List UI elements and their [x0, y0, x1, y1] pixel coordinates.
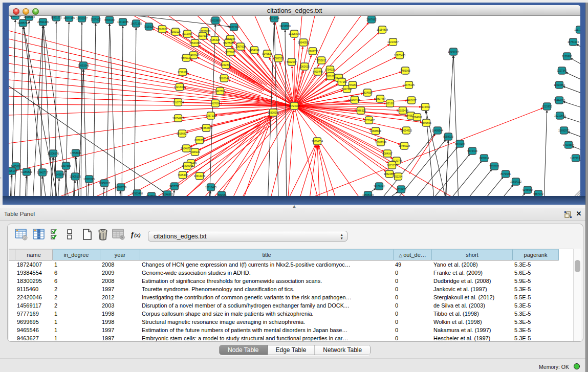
graph-edge[interactable] — [9, 21, 294, 106]
column-header-out_de[interactable]: △out_de… — [394, 249, 432, 260]
graph-edge[interactable] — [319, 145, 341, 196]
cell-out_de[interactable]: 0 — [394, 293, 432, 301]
network-window-titlebar[interactable]: citations_edges.txt — [9, 5, 580, 16]
cell-short[interactable]: de Silva et al. (2003) — [432, 301, 513, 310]
cell-title[interactable]: Changes of HCN gene expression and I(f) … — [140, 260, 394, 269]
table-row[interactable]: 946362711997Embryonic stem cells: a mode… — [9, 334, 574, 341]
cell-pagerank[interactable]: 5.3E-5 — [513, 285, 559, 293]
column-header-name[interactable]: name — [15, 249, 53, 260]
graph-edge[interactable] — [468, 177, 503, 196]
column-header-short[interactable]: short — [432, 249, 513, 260]
network-graph[interactable]: 2055371414055714169352142069140618331271… — [9, 16, 580, 196]
cell-name[interactable]: 18300295 — [15, 277, 53, 285]
table-row[interactable]: 1872400712008Changes of HCN gene express… — [9, 260, 574, 269]
graph-edge[interactable] — [134, 28, 136, 196]
graph-edge[interactable] — [287, 111, 294, 196]
row-height-icon[interactable] — [66, 228, 73, 243]
cell-name[interactable]: 22420046 — [15, 293, 53, 301]
cell-in_degree[interactable]: 1 — [53, 310, 100, 318]
column-header-pagerank[interactable]: pagerank — [513, 249, 559, 260]
cell-in_degree[interactable]: 1 — [53, 326, 100, 334]
cell-name[interactable]: 14569117 — [15, 301, 53, 310]
cell-name[interactable]: 18724007 — [15, 260, 53, 269]
table-row[interactable]: 1830029562008Estimation of significance … — [9, 277, 574, 285]
graph-edge[interactable] — [445, 141, 448, 196]
cell-name[interactable]: 9115460 — [15, 285, 53, 293]
cell-name[interactable]: 19384554 — [15, 269, 53, 277]
select-rows-icon[interactable] — [50, 228, 61, 243]
graph-edge[interactable] — [24, 176, 27, 196]
cell-short[interactable]: Dudbridge et al. (2008) — [432, 277, 513, 285]
table-settings-icon[interactable] — [15, 228, 28, 243]
cell-in_degree[interactable]: 2 — [53, 293, 100, 301]
cell-year[interactable]: 2012 — [100, 293, 140, 301]
close-panel-icon[interactable]: ✕ — [575, 210, 582, 217]
cell-year[interactable]: 2008 — [100, 277, 140, 285]
cell-year[interactable]: 2008 — [100, 260, 140, 269]
cell-pagerank[interactable]: 5.6E-5 — [513, 269, 559, 277]
graph-edge[interactable] — [86, 183, 89, 196]
cell-title[interactable]: Disruption of a novel member of a sodium… — [140, 301, 394, 310]
cell-in_degree[interactable]: 1 — [53, 260, 100, 269]
graph-edge[interactable] — [543, 111, 547, 196]
cell-title[interactable]: Investigating the contribution of common… — [140, 293, 394, 301]
graph-edge[interactable] — [453, 56, 459, 196]
cell-in_degree[interactable]: 2 — [53, 301, 100, 310]
trash-icon[interactable] — [97, 228, 109, 243]
column-header-title[interactable]: title — [140, 249, 394, 260]
cell-pagerank[interactable]: 5.3E-5 — [513, 301, 559, 310]
cell-title[interactable]: Estimation of the future numbers of pati… — [140, 326, 394, 334]
table-row[interactable]: 1456911722003Disruption of a novel membe… — [9, 301, 574, 310]
canvas-resize-grip-icon[interactable] — [575, 189, 580, 196]
cell-short[interactable]: Jankovic et al. (1997) — [432, 285, 513, 293]
tab-edge-table[interactable]: Edge Table — [268, 345, 315, 355]
column-header-in_degree[interactable]: in_degree — [53, 249, 100, 260]
cell-short[interactable]: Tibbo et al. (1998) — [432, 310, 513, 318]
function-icon[interactable]: f(x) — [130, 228, 143, 243]
graph-edge[interactable] — [571, 58, 580, 77]
graph-edge[interactable] — [318, 145, 333, 196]
network-canvas[interactable]: 2055371414055714169352142069140618331271… — [9, 16, 580, 196]
collapse-panel-icon[interactable]: ‹ — [0, 176, 4, 181]
cell-pagerank[interactable]: 5.3E-5 — [513, 326, 559, 334]
graph-edge[interactable] — [294, 106, 365, 119]
graph-edge[interactable] — [563, 102, 580, 115]
cell-year[interactable]: 1997 — [100, 285, 140, 293]
float-panel-icon[interactable] — [564, 211, 572, 217]
cell-in_degree[interactable]: 2 — [53, 285, 100, 293]
cell-title[interactable]: Structural magnetic resonance image aver… — [140, 318, 394, 326]
graph-edge[interactable] — [280, 145, 315, 196]
cell-name[interactable]: 9463627 — [15, 334, 53, 341]
cell-short[interactable]: Franke et al. (2009) — [432, 269, 513, 277]
cell-out_de[interactable]: 0 — [394, 269, 432, 277]
graph-edge[interactable] — [579, 160, 580, 171]
cell-pagerank[interactable]: 5.5E-5 — [513, 293, 559, 301]
graph-edge[interactable] — [49, 158, 53, 196]
cell-name[interactable]: 9777169 — [15, 310, 53, 318]
cell-pagerank[interactable]: 5.3E-5 — [513, 334, 559, 341]
cell-pagerank[interactable]: 5.3E-5 — [513, 310, 559, 318]
table-scrollbar[interactable] — [573, 249, 581, 341]
cell-title[interactable]: Estimation of significance thresholds fo… — [140, 277, 394, 285]
graph-edge[interactable] — [110, 24, 117, 196]
delete-table-icon[interactable] — [112, 228, 125, 243]
graph-edge[interactable] — [66, 22, 69, 196]
cell-in_degree[interactable]: 1 — [53, 334, 100, 341]
cell-year[interactable]: 1998 — [100, 318, 140, 326]
graph-edge[interactable] — [102, 187, 104, 196]
cell-out_de[interactable]: 0 — [394, 334, 432, 341]
graph-edge[interactable] — [398, 147, 458, 196]
table-selector-dropdown[interactable]: citations_edges.txt ▲▼ — [148, 231, 347, 242]
cell-out_de[interactable]: 49 — [394, 260, 432, 269]
cell-pagerank[interactable]: 5.3E-5 — [513, 260, 559, 269]
graph-edge[interactable] — [563, 86, 581, 101]
cell-short[interactable]: Hescheler et al. (1997) — [432, 334, 513, 341]
graph-edge[interactable] — [317, 146, 320, 196]
cell-title[interactable]: Embryonic stem cells: a model to study s… — [140, 334, 394, 341]
graph-edge[interactable] — [577, 44, 580, 61]
cell-short[interactable]: Stergiakouli et al. (2012) — [432, 293, 513, 301]
table-row[interactable]: 911546021997Tourette syndrome. Phenomeno… — [9, 285, 574, 293]
cell-out_de[interactable]: 0 — [394, 326, 432, 334]
table-row[interactable]: 2242004622012Investigating the contribut… — [9, 293, 574, 301]
table-row[interactable]: 1938455462009Genome-wide association stu… — [9, 269, 574, 277]
